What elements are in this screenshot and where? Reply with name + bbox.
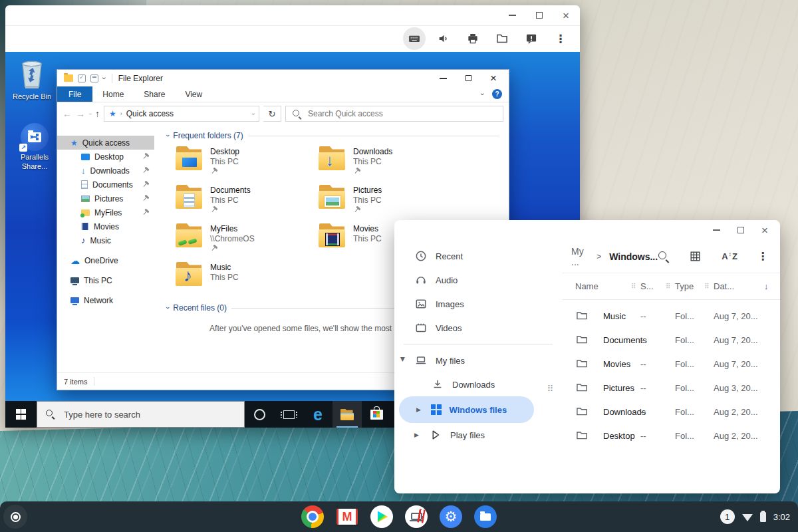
nav-item-recent[interactable]: Recent xyxy=(394,244,562,268)
explorer-close-button[interactable]: × xyxy=(490,72,497,84)
tab-file[interactable]: File xyxy=(57,86,92,102)
vm-menu-icon[interactable]: ⋮ xyxy=(549,27,572,50)
files-maximize-button[interactable] xyxy=(737,227,744,233)
refresh-icon[interactable] xyxy=(263,106,281,122)
address-location[interactable]: Quick access xyxy=(126,109,174,118)
vm-maximize-button[interactable] xyxy=(536,12,543,19)
shared-folder-icon[interactable] xyxy=(491,27,513,50)
folder-tile-pictures[interactable]: PicturesThis PC xyxy=(319,185,462,217)
column-header-date[interactable]: Dat... xyxy=(714,281,764,291)
forward-icon[interactable]: → xyxy=(76,108,85,119)
folder-tile-music[interactable]: MusicThis PC xyxy=(176,262,319,294)
sidebar-item-pictures[interactable]: Pictures xyxy=(57,192,154,205)
start-button[interactable] xyxy=(5,401,37,428)
status-tray[interactable]: 1 3:02 xyxy=(720,501,790,532)
table-row-documents[interactable]: Documents --⠿ Fol...⠿ Aug 7, 20... xyxy=(562,328,780,352)
keyboard-icon[interactable] xyxy=(403,27,426,50)
shelf-app-play-store[interactable] xyxy=(369,504,394,529)
tab-home[interactable]: Home xyxy=(92,86,134,102)
address-box[interactable]: › Quick access › xyxy=(104,106,259,122)
back-icon[interactable]: ← xyxy=(63,108,72,119)
nav-item-audio[interactable]: Audio xyxy=(394,268,562,292)
qat-customize-icon[interactable]: › xyxy=(100,77,108,80)
address-dropdown-icon[interactable]: › xyxy=(250,113,256,115)
expand-caret-icon[interactable]: ▶ xyxy=(414,432,421,438)
nav-item-videos[interactable]: Videos xyxy=(394,316,562,340)
ribbon-collapse-icon[interactable]: › xyxy=(479,93,487,96)
vm-minimize-button[interactable] xyxy=(509,15,516,16)
table-row-desktop[interactable]: Desktop --⠿ Fol...⠿ Aug 2, 20... xyxy=(562,424,780,448)
table-row-music[interactable]: Music --⠿ Fol...⠿ Aug 7, 20... xyxy=(562,304,780,328)
shelf-app-gmail[interactable] xyxy=(334,504,360,529)
files-close-button[interactable]: × xyxy=(761,225,768,236)
up-icon[interactable]: ↑ xyxy=(95,108,100,119)
column-header-type[interactable]: Type xyxy=(675,281,704,291)
folder-tile-desktop[interactable]: DesktopThis PC xyxy=(176,146,319,178)
column-header-size[interactable]: S... xyxy=(640,281,666,291)
expand-caret-icon[interactable]: ▶ xyxy=(416,406,423,413)
column-resize-handle[interactable]: ⠿ xyxy=(666,283,675,290)
volume-icon[interactable] xyxy=(432,27,455,50)
shelf-app-files[interactable] xyxy=(473,504,498,529)
collapse-chevron-icon[interactable]: › xyxy=(164,134,171,136)
sidebar-item-quick-access[interactable]: Quick access xyxy=(57,136,154,150)
store-button[interactable] xyxy=(362,401,391,428)
nav-item-my-files[interactable]: ▶ My files xyxy=(394,348,562,372)
folder-tile-myfiles[interactable]: MyFiles\\ChromeOS xyxy=(176,223,319,255)
print-icon[interactable] xyxy=(462,27,484,50)
history-dropdown-icon[interactable]: › xyxy=(87,113,93,115)
explorer-search-box[interactable] xyxy=(285,106,503,122)
sidebar-resize-handle[interactable]: ⠿ xyxy=(547,384,553,394)
desktop-icon-parallels-share[interactable]: ↗ Parallels Share... xyxy=(13,123,56,172)
search-icon[interactable] xyxy=(658,251,669,262)
file-explorer-button[interactable] xyxy=(332,401,362,428)
launcher-button[interactable] xyxy=(3,505,27,529)
table-row-downloads[interactable]: Downloads --⠿ Fol...⠿ Aug 2, 20... xyxy=(562,400,780,424)
sidebar-item-this-pc[interactable]: This PC xyxy=(57,273,154,287)
sidebar-item-onedrive[interactable]: OneDrive xyxy=(57,253,154,267)
breadcrumb-parent[interactable]: My ... xyxy=(571,246,589,267)
desktop-icon-recycle-bin[interactable]: Recycle Bin xyxy=(11,57,53,102)
table-row-pictures[interactable]: Pictures --⠿ Fol...⠿ Aug 3, 20... xyxy=(562,376,780,400)
column-resize-handle[interactable]: ⠿ xyxy=(704,283,714,290)
sidebar-item-desktop[interactable]: Desktop xyxy=(57,150,154,164)
report-problem-icon[interactable] xyxy=(520,27,543,50)
shelf-app-settings[interactable] xyxy=(438,504,464,529)
grid-view-icon[interactable] xyxy=(689,250,702,263)
taskbar-search-box[interactable] xyxy=(37,401,245,428)
expand-caret-icon[interactable]: ▶ xyxy=(400,357,406,364)
sidebar-item-myfiles[interactable]: MyFiles xyxy=(57,205,154,219)
explorer-maximize-button[interactable] xyxy=(466,75,471,81)
nav-item-play-files[interactable]: ▶ Play files xyxy=(394,423,562,447)
taskbar-search-input[interactable] xyxy=(63,409,236,420)
sort-az-icon[interactable]: A↕Z xyxy=(722,251,737,261)
tab-share[interactable]: Share xyxy=(134,86,175,102)
cortana-button[interactable] xyxy=(245,401,274,428)
sidebar-item-documents[interactable]: Documents xyxy=(57,178,154,192)
folder-tile-documents[interactable]: DocumentsThis PC xyxy=(176,185,319,217)
column-resize-handle[interactable]: ⠿ xyxy=(631,283,640,290)
task-view-button[interactable] xyxy=(274,401,303,428)
table-row-movies[interactable]: Movies --⠿ Fol...⠿ Aug 7, 20... xyxy=(562,352,780,376)
qat-new-folder-icon[interactable] xyxy=(90,74,98,82)
edge-button[interactable] xyxy=(303,401,332,428)
sidebar-item-music[interactable]: Music xyxy=(57,233,154,247)
more-options-icon[interactable] xyxy=(757,250,768,263)
nav-item-images[interactable]: Images xyxy=(394,292,562,316)
column-header-name[interactable]: Name xyxy=(575,281,631,291)
sidebar-item-downloads[interactable]: Downloads xyxy=(57,164,154,178)
nav-item-downloads[interactable]: Downloads xyxy=(394,372,562,396)
explorer-minimize-button[interactable] xyxy=(440,78,447,79)
nav-item-windows-files[interactable]: ▶ Windows files xyxy=(399,396,534,423)
collapse-chevron-icon[interactable]: › xyxy=(164,307,171,309)
folder-tile-downloads[interactable]: DownloadsThis PC xyxy=(319,146,462,178)
tab-view[interactable]: View xyxy=(175,86,212,102)
explorer-search-input[interactable] xyxy=(307,108,497,119)
shelf-app-chrome[interactable] xyxy=(300,504,325,529)
sidebar-item-network[interactable]: Network xyxy=(57,293,154,307)
shelf-app-parallels[interactable] xyxy=(404,504,429,529)
breadcrumb-current[interactable]: Windows... xyxy=(609,251,658,262)
files-minimize-button[interactable] xyxy=(713,229,720,231)
qat-properties-icon[interactable] xyxy=(78,74,86,82)
sidebar-item-movies[interactable]: Movies xyxy=(57,219,154,233)
